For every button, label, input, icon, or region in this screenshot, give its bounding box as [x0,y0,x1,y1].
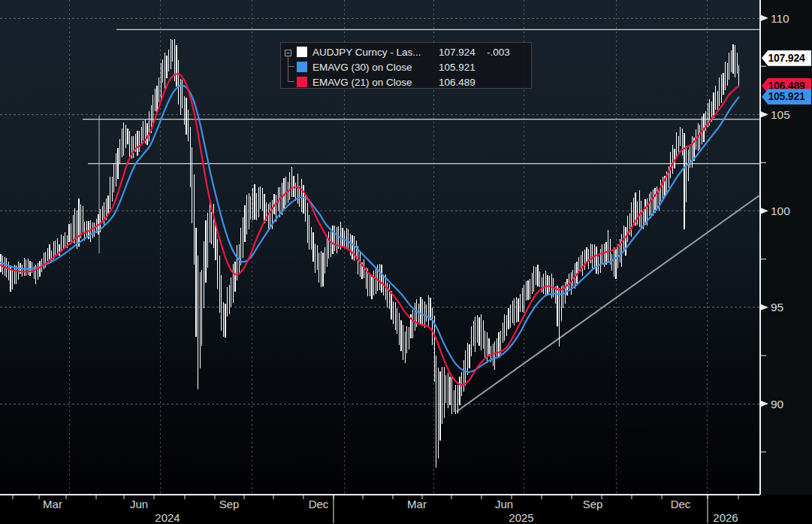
right-axis-gutter [760,0,812,495]
legend-row-ema21[interactable]: EMAVG (21) on Close 106.489 [281,74,531,89]
legend-label: EMAVG (30) on Close [312,62,439,73]
x-axis-month-label: Dec [671,498,691,510]
legend-box[interactable]: AUDJPY Curncy - Las... 107.924 -.003 EMA… [280,42,532,89]
last-price-tag: 107.924 [762,50,811,66]
y-axis-label: 90 [771,398,784,410]
chart-window: 1101051009590MarJunSepDecMarJunSepDec202… [0,0,812,524]
x-axis-month-label: Mar [407,498,427,510]
legend-label: EMAVG (21) on Close [312,77,439,88]
x-axis-year-label: 2024 [155,511,180,524]
x-axis-month-label: Dec [309,498,329,510]
legend-row-price[interactable]: AUDJPY Curncy - Las... 107.924 -.003 [281,44,531,59]
legend-label: AUDJPY Curncy - Las... [312,47,439,58]
y-axis-label: 110 [771,12,789,25]
x-axis-month-label: Sep [219,498,240,510]
price-series-swatch [297,47,307,57]
x-axis-month-label: Mar [43,498,62,510]
y-axis-label: 105 [771,108,790,121]
legend-row-ema30[interactable]: EMAVG (30) on Close 105.921 [281,59,531,74]
legend-value: 107.924 [439,47,487,58]
ema30-series-swatch [297,62,307,72]
y-axis-label: 95 [771,301,783,313]
x-axis-month-label: Jun [130,498,148,510]
legend-value: 106.489 [439,77,487,88]
x-axis-year-label: 2026 [713,511,738,524]
x-axis-year-label: 2025 [509,511,533,524]
legend-value: 105.921 [439,62,487,73]
legend-change: -.003 [487,47,510,58]
x-axis-month-label: Sep [583,498,603,510]
x-axis-month-label: Jun [495,498,513,510]
y-axis-label: 100 [771,204,790,217]
ema21-series-swatch [297,77,307,87]
ema30-price-tag: 105.921 [762,89,811,104]
